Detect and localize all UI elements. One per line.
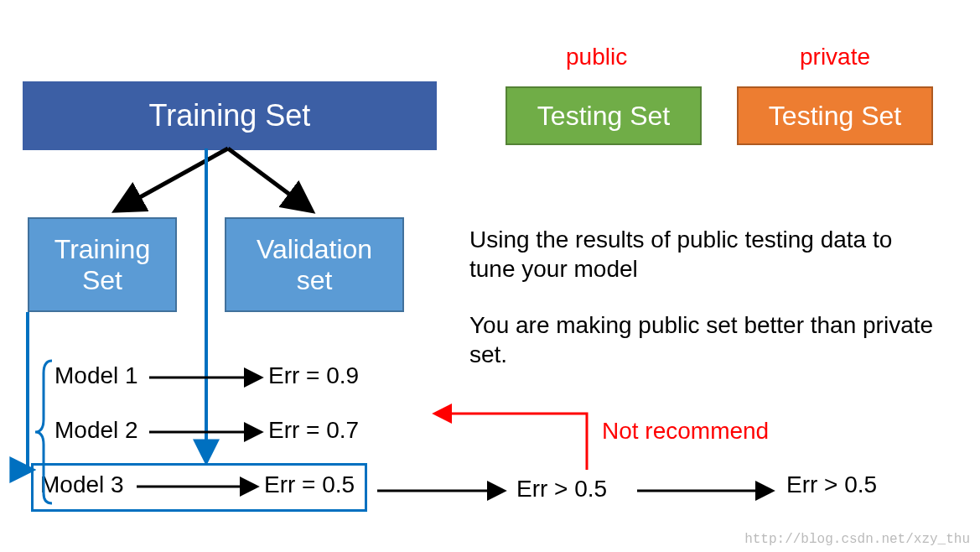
err2-label: Err = 0.7	[268, 417, 359, 444]
side-text-2: You are making public set better than pr…	[469, 310, 939, 369]
training-set-top-box: Training Set	[23, 81, 437, 150]
validation-set-box: Validation set	[225, 217, 404, 312]
not-recommend-label: Not recommend	[602, 418, 769, 445]
model1-label: Model 1	[54, 362, 138, 389]
public-label: public	[566, 44, 627, 70]
blue-arrow-left-elbow	[28, 312, 31, 470]
err-pub-label: Err > 0.5	[516, 476, 607, 503]
red-elbow-arrow	[436, 414, 587, 470]
model2-label: Model 2	[54, 417, 138, 444]
watermark-text: http://blog.csdn.net/xzy_thu	[744, 532, 970, 547]
testing-public-box: Testing Set	[506, 86, 702, 145]
training-set-child-box: Training Set	[28, 217, 177, 312]
err-priv-label: Err > 0.5	[786, 471, 877, 498]
private-label: private	[800, 44, 870, 70]
model3-highlight-box	[31, 463, 367, 512]
split-arrow-left	[117, 148, 228, 210]
err1-label: Err = 0.9	[268, 362, 359, 389]
side-text-1: Using the results of public testing data…	[469, 225, 939, 284]
testing-private-box: Testing Set	[737, 86, 933, 145]
split-arrow-right	[228, 148, 310, 210]
